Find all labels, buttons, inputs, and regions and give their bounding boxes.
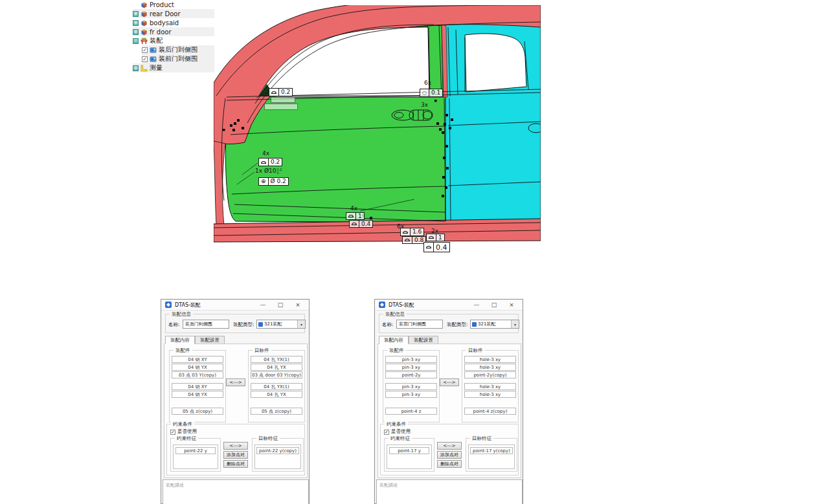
list-item[interactable]: hole-3 xy xyxy=(464,364,516,371)
expand-plus-icon[interactable]: + xyxy=(133,65,139,71)
gdt-frame-br-2: 0.4 xyxy=(423,242,450,252)
list-item[interactable]: 04 销 XY xyxy=(172,356,223,363)
car-side-view-drawing xyxy=(214,5,541,254)
use-constraint-checkbox[interactable]: ✓是否使用 xyxy=(384,428,411,435)
list-item[interactable]: hole-3 xy xyxy=(464,391,516,398)
tab-assembly-content[interactable]: 装配内容 xyxy=(165,336,195,344)
tree-item-measure[interactable]: + 测量 xyxy=(133,63,214,72)
list-item[interactable]: 04 孔 YX(1) xyxy=(251,383,302,390)
minimize-button[interactable]: — xyxy=(469,301,484,308)
name-label: 名称: xyxy=(382,322,394,328)
expand-plus-icon[interactable]: + xyxy=(133,11,139,17)
list-item[interactable]: pin-3 xy xyxy=(385,364,437,371)
dialog-titlebar[interactable]: DTAS-装配 — □ × xyxy=(161,300,309,311)
close-button[interactable]: × xyxy=(504,301,519,308)
tab-assembly-content[interactable]: 装配内容 xyxy=(379,336,409,344)
tree-item-assembly[interactable]: - 装配 xyxy=(133,36,214,45)
collapse-minus-icon[interactable]: - xyxy=(133,38,139,44)
assembly-description-textarea[interactable]: 装配描述 xyxy=(376,479,523,504)
tree-item-front-door-assembly[interactable]: ✓ 装前门到侧围 xyxy=(142,54,214,63)
list-item[interactable]: 05 点 z(copy) xyxy=(172,408,223,415)
operation-icon xyxy=(150,47,157,54)
checkbox-checked[interactable]: ✓ xyxy=(142,47,148,53)
list-item[interactable]: 03 点 03 Y(copy) xyxy=(172,371,223,378)
type-label: 装配类型: xyxy=(233,322,254,328)
list-item[interactable]: point-17 y xyxy=(389,447,429,454)
delete-point-pair-button[interactable]: 删除点对 xyxy=(223,460,248,468)
add-point-pair-button[interactable]: 添加点对 xyxy=(223,451,248,459)
swap-button[interactable]: <---> xyxy=(226,378,245,386)
checkbox-checked[interactable]: ✓ xyxy=(384,430,389,435)
list-item[interactable]: 04 孔 YX xyxy=(251,391,302,398)
tree-item-product[interactable]: Product xyxy=(133,0,214,9)
tree-item-label: bodysaid xyxy=(150,19,179,27)
list-item[interactable]: 05 点 z(copy) xyxy=(251,408,302,415)
assembly-info-group: 装配信息 名称: 装后门到侧围 装配类型: 321装配 ▾ xyxy=(165,314,305,333)
dtas-assembly-dialog-rear: DTAS-装配 — □ × 装配信息 名称: 装后门到侧围 装配类型: 321装… xyxy=(161,299,310,504)
list-item[interactable]: pin-3 xy xyxy=(385,356,437,363)
list-item[interactable]: pin-3 xy xyxy=(385,391,437,398)
operation-icon xyxy=(150,56,157,63)
dtas-assembly-dialog-front: DTAS-装配 — □ × 装配信息 名称: 装前门到侧围 装配类型: 321装… xyxy=(374,299,523,504)
minimize-button[interactable]: — xyxy=(256,301,270,308)
assembly-description-textarea[interactable]: 装配描述 xyxy=(163,479,309,504)
tree-item-rear-door-assembly[interactable]: ✓ 装后门到侧围 xyxy=(142,45,214,54)
chevron-down-icon[interactable]: ▾ xyxy=(297,320,305,328)
list-item[interactable]: point-22 y(copy) xyxy=(256,447,299,454)
model-tree: Product + rear Door + bodysaid + fr door… xyxy=(133,0,214,72)
list-item[interactable]: 04 孔 YX(1) xyxy=(251,356,302,363)
profile-of-surface-icon xyxy=(346,213,356,219)
dtas-app-icon xyxy=(165,301,172,308)
use-constraint-checkbox[interactable]: ✓是否使用 xyxy=(170,428,197,435)
tree-item-label: 测量 xyxy=(150,63,163,72)
assembly-name-input[interactable]: 装后门到侧围 xyxy=(183,320,229,329)
delete-point-pair-button[interactable]: 删除点对 xyxy=(437,460,462,468)
front-fender-edge xyxy=(214,141,225,225)
circularity-icon: ○ xyxy=(420,89,429,96)
checkbox-checked[interactable]: ✓ xyxy=(170,430,175,435)
tree-item-bodysaid[interactable]: + bodysaid xyxy=(133,18,214,27)
tree-item-label: 装后门到侧围 xyxy=(159,45,197,54)
list-item[interactable]: 03 点 door 03 Y(copy) xyxy=(251,371,302,378)
maximize-button[interactable]: □ xyxy=(487,301,501,308)
tree-item-label: rear Door xyxy=(150,10,181,17)
swap-button[interactable]: <---> xyxy=(440,378,459,386)
measure-icon xyxy=(141,65,148,72)
list-item[interactable]: hole-3 xy xyxy=(464,383,516,390)
list-item[interactable]: point-2y(copy) xyxy=(464,371,516,378)
list-item[interactable]: pin-3 xy xyxy=(385,383,437,390)
expand-plus-icon[interactable]: + xyxy=(133,29,139,35)
list-item[interactable]: point-4 z(copy) xyxy=(464,408,516,415)
chevron-down-icon[interactable]: ▾ xyxy=(511,320,519,328)
assembly-name-input[interactable]: 装前门到侧围 xyxy=(396,320,443,329)
list-item[interactable]: 04 孔 YX xyxy=(251,364,302,371)
gdt-frame-profile-0-2-top: 0.2 xyxy=(269,88,293,96)
rocker-panel xyxy=(214,219,541,242)
list-item[interactable]: 04 销 XY xyxy=(172,383,223,390)
add-point-pair-button[interactable]: 添加点对 xyxy=(437,451,462,459)
position-icon: ⊕ xyxy=(259,178,269,185)
close-button[interactable]: × xyxy=(291,301,305,308)
maximize-button[interactable]: □ xyxy=(273,301,287,308)
list-item[interactable]: 04 销 YX xyxy=(172,364,223,371)
assembly-type-select[interactable]: 321装配 ▾ xyxy=(256,320,306,329)
tree-item-fr-door[interactable]: + fr door xyxy=(133,27,214,36)
expand-plus-icon[interactable]: + xyxy=(133,20,139,26)
assembly-type-select[interactable]: 321装配 ▾ xyxy=(470,320,519,329)
cad-viewport[interactable]: 0.2 4x 0.2 1x Ø10 0.20 ⊕ Ø 0.2 6x ○ 0.1 … xyxy=(214,5,541,254)
tree-item-label: Product xyxy=(150,1,174,8)
dialog-titlebar[interactable]: DTAS-装配 — □ × xyxy=(375,300,523,311)
tree-item-rear-door[interactable]: + rear Door xyxy=(133,9,214,18)
list-item[interactable]: hole-3 xy xyxy=(464,356,516,363)
list-item[interactable]: point-17 y(copy) xyxy=(470,447,513,454)
list-item[interactable]: point-22 y xyxy=(175,447,216,454)
list-item[interactable]: point-4 z xyxy=(385,408,437,415)
occluded-frame xyxy=(271,97,295,103)
list-item[interactable]: point-2y xyxy=(385,371,437,378)
list-item[interactable]: 04 销 YX xyxy=(172,391,223,398)
swap-points-button[interactable]: <---> xyxy=(223,442,248,450)
part-icon xyxy=(141,1,148,8)
swap-points-button[interactable]: <---> xyxy=(437,442,462,450)
checkbox-checked[interactable]: ✓ xyxy=(142,56,148,62)
part-icon xyxy=(141,28,148,36)
